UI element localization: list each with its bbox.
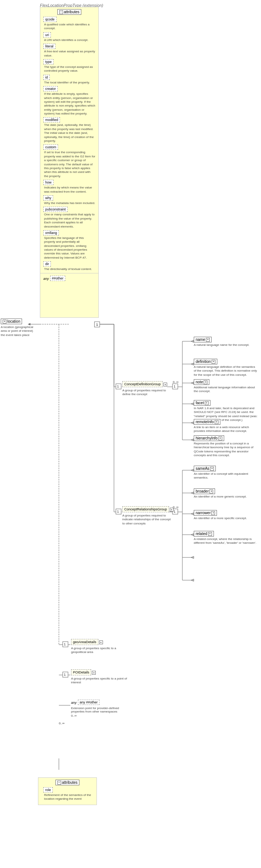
any-other-row: any ##other <box>43 276 95 282</box>
concept-rel-group-label[interactable]: ConceptRelationshipsGroup <box>122 506 169 512</box>
svg-text:1: 1 <box>117 510 119 513</box>
any-other-bottom-label: any ##other <box>78 700 100 705</box>
right-item-note: note + Additional natural language infor… <box>194 379 258 394</box>
svg-marker-56 <box>191 579 194 581</box>
concept-def-group-label[interactable]: ConceptDefinitionGroup <box>122 381 163 387</box>
location-expand-icon[interactable]: + <box>3 320 6 323</box>
attr-why: why Why the metadata has been included. <box>43 195 95 205</box>
geo-desc: A group of properties specific to a geop… <box>71 647 128 655</box>
right-item-narrower: narrower + An identifier of a more speci… <box>194 510 258 520</box>
poi-label[interactable]: POIDetails <box>71 669 91 675</box>
note-expand[interactable]: + <box>204 380 207 384</box>
any-bottom-label: any <box>71 701 77 705</box>
connector-lines: 1 1 0..∞ 1 1 0..∞ <box>0 0 261 868</box>
svg-marker-50 <box>191 439 194 441</box>
broader-expand[interactable]: + <box>209 490 213 493</box>
svg-marker-45 <box>191 340 194 342</box>
any-other-label: ##other <box>50 276 66 281</box>
svg-text:1: 1 <box>117 385 119 388</box>
narrower-expand[interactable]: + <box>211 511 215 515</box>
bottom-collapse-icon[interactable]: − <box>57 781 61 785</box>
location-label[interactable]: + location <box>1 319 22 324</box>
geo-expand[interactable]: + <box>99 640 103 644</box>
attr-qcode: qcode A qualified code which identifies … <box>43 17 95 31</box>
attr-uri: uri A URI which identifies a concept. <box>43 32 95 42</box>
svg-text:1: 1 <box>64 673 66 677</box>
svg-rect-37 <box>63 642 68 647</box>
right-item-sameas: sameAs + An identifier of a concept with… <box>194 466 258 480</box>
related-expand[interactable]: + <box>208 532 212 536</box>
attr-type: type The type of the concept assigned as… <box>43 59 95 73</box>
svg-marker-49 <box>191 422 194 424</box>
svg-rect-9 <box>172 384 178 389</box>
bottom-attributes-box: − attributes role Refinement of the sema… <box>38 777 97 805</box>
def-expand[interactable]: + <box>212 360 215 364</box>
svg-text:0..∞: 0..∞ <box>173 505 179 509</box>
concept-def-group-container: ConceptDefinitionGroup + A group of prop… <box>122 381 172 397</box>
svg-marker-52 <box>191 492 194 494</box>
attr-creator: creator If the attribute is empty, speci… <box>43 86 95 116</box>
geo-area-label[interactable]: geoAreaDetails <box>71 639 98 645</box>
poi-expand[interactable]: + <box>92 671 96 675</box>
concept-rel-desc: A group of properties required to indica… <box>122 514 172 526</box>
location-desc: A location (geographical area or point o… <box>1 325 37 337</box>
concept-def-expand[interactable]: + <box>163 383 167 386</box>
attr-modified: modified The date (and, optionally, the … <box>43 117 95 143</box>
svg-text:1: 1 <box>174 385 176 388</box>
attributes-header: − attributes <box>57 9 81 15</box>
attr-dir: dir The directionality of textual conten… <box>43 261 95 271</box>
right-item-remoteinfo: remoteInfo + A link to an item or a web … <box>194 419 258 433</box>
svg-rect-22 <box>116 509 121 514</box>
bottom-attributes-header: − attributes <box>55 780 79 785</box>
svg-text:1: 1 <box>174 510 176 513</box>
svg-marker-48 <box>191 403 194 405</box>
diagram-container: 1 1 0..∞ 1 1 0..∞ <box>0 0 261 868</box>
attr-xmllang: xmllang Specifies the language of this p… <box>43 230 95 260</box>
attr-role: role Refinement of the semantics of the … <box>43 787 92 801</box>
concept-def-desc: A group of properties required to define… <box>122 389 172 397</box>
svg-rect-6 <box>116 384 121 389</box>
right-item-name: name + A natural language name for the c… <box>194 337 258 347</box>
any-other-bottom-desc: Extension point for provider-defined pro… <box>71 706 128 713</box>
right-item-related: related + A related concept, where the r… <box>194 531 258 545</box>
cardinality-bottom: 0..∞ <box>71 714 128 717</box>
svg-text:0..∞: 0..∞ <box>59 722 65 725</box>
attr-id: id The local identifier of the property. <box>43 75 95 85</box>
facet-expand[interactable]: + <box>205 401 209 405</box>
svg-marker-55 <box>191 556 194 559</box>
collapse-icon[interactable]: − <box>59 10 63 14</box>
remoteinfo-expand[interactable]: + <box>215 420 218 424</box>
geo-area-details-container: geoAreaDetails + A group of properties s… <box>71 639 128 655</box>
svg-marker-46 <box>191 363 194 365</box>
any-other-bottom-container: any any ##other Extension point for prov… <box>71 700 128 717</box>
attr-pubconstraint: pubconstraint One or many constraints th… <box>43 207 95 229</box>
main-attributes-box: − attributes qcode A qualified code whic… <box>40 7 99 318</box>
attr-literal: literal A free-text value assigned as pr… <box>43 44 95 58</box>
svg-text:0..∞: 0..∞ <box>173 380 179 384</box>
right-item-hierarchyinfo: hierarchyInfo + Represents the position … <box>194 435 258 458</box>
svg-marker-51 <box>191 469 194 471</box>
hierinfo-expand[interactable]: + <box>218 436 222 440</box>
svg-rect-40 <box>63 672 68 677</box>
svg-marker-53 <box>191 513 194 515</box>
svg-marker-47 <box>191 382 194 384</box>
name-expand[interactable]: + <box>206 338 210 342</box>
right-item-definition: definition + A natural language definiti… <box>194 359 258 377</box>
any-label: any <box>43 277 49 281</box>
sameas-expand[interactable]: + <box>210 467 214 471</box>
location-container: + location A location (geographical area… <box>1 319 37 337</box>
svg-marker-54 <box>191 534 194 536</box>
attr-custom: custom If set to true the corresponding … <box>43 144 95 178</box>
attr-how: how Indicates by which means the value w… <box>43 180 95 194</box>
concept-rel-group-container: ConceptRelationshipsGroup + A group of p… <box>122 506 172 526</box>
poi-details-container: POIDetails + A group of properties speci… <box>71 669 128 685</box>
mult-box-main: 1 <box>94 322 100 327</box>
svg-text:1: 1 <box>64 642 66 646</box>
concept-rel-expand[interactable]: + <box>170 508 174 512</box>
right-item-broader: broader + An identifier of a more generi… <box>194 488 258 499</box>
poi-desc: A group of properties specific to a poin… <box>71 677 128 685</box>
